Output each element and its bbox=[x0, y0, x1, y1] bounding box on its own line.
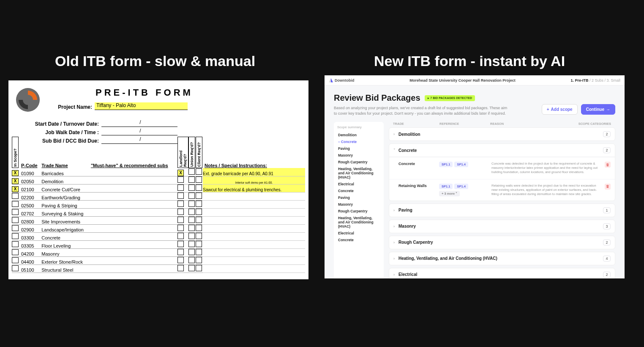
group-header-row[interactable]: › Demolition 2 bbox=[389, 128, 615, 140]
musthave-cell[interactable] bbox=[91, 240, 177, 248]
notes-cell[interactable] bbox=[203, 192, 305, 200]
group-header-row[interactable]: › Paving 1 bbox=[389, 204, 615, 217]
delete-scope-button[interactable]: 🗑 bbox=[605, 184, 611, 190]
group-header-row[interactable]: › Heating, Ventilating, and Air Conditio… bbox=[389, 252, 615, 265]
brand[interactable]: Downtobid bbox=[329, 78, 355, 83]
notes-cell[interactable] bbox=[203, 240, 305, 248]
jobwalk-input[interactable]: / bbox=[101, 128, 177, 135]
reference-pill[interactable]: SP1.4 bbox=[454, 184, 468, 189]
group-header-row[interactable]: › Electrical 2 bbox=[389, 268, 615, 278]
sidebar-item[interactable]: Heating, Ventilating, and Air Conditioni… bbox=[337, 215, 380, 230]
union-req-checkbox[interactable] bbox=[188, 185, 195, 191]
notes-cell[interactable] bbox=[203, 248, 305, 256]
notes-cell[interactable] bbox=[203, 232, 305, 240]
reference-pill[interactable]: SP1.4 bbox=[454, 162, 468, 167]
union-req-checkbox[interactable] bbox=[188, 257, 195, 263]
notes-cell[interactable]: Interior soft demo per A1-00. bbox=[203, 176, 305, 184]
notes-cell[interactable] bbox=[203, 208, 305, 216]
musthave-cell[interactable] bbox=[91, 248, 177, 256]
in-scope-checkbox[interactable] bbox=[12, 201, 19, 207]
landlord-req-checkbox[interactable] bbox=[177, 185, 184, 191]
musthave-cell[interactable] bbox=[91, 216, 177, 224]
union-req-checkbox[interactable] bbox=[188, 201, 195, 207]
add-scope-button[interactable]: +Add scope bbox=[542, 104, 578, 115]
sidebar-item[interactable]: Concrete bbox=[337, 138, 380, 145]
notes-cell[interactable]: Sawcut for electrical & plumbing trenche… bbox=[203, 184, 305, 192]
sidebar-item[interactable]: Electrical bbox=[337, 181, 380, 187]
client-req-checkbox[interactable] bbox=[196, 233, 202, 239]
landlord-req-checkbox[interactable] bbox=[177, 225, 184, 231]
sidebar-item[interactable]: Rough Carpentry bbox=[337, 208, 380, 215]
start-date-input[interactable]: / bbox=[101, 119, 177, 127]
client-req-checkbox[interactable] bbox=[196, 217, 202, 223]
notes-cell[interactable]: Ext. grade barricade per A0.90, A0.91 bbox=[203, 168, 305, 176]
subbid-input[interactable]: / bbox=[101, 136, 177, 144]
client-req-checkbox[interactable] bbox=[196, 225, 202, 231]
sidebar-item[interactable]: Paving bbox=[337, 194, 380, 201]
in-scope-checkbox[interactable]: X bbox=[12, 186, 19, 192]
landlord-req-checkbox[interactable] bbox=[177, 201, 184, 207]
breadcrumb-step[interactable]: 1. Pre-ITB bbox=[570, 78, 589, 83]
in-scope-checkbox[interactable] bbox=[12, 225, 19, 231]
in-scope-checkbox[interactable] bbox=[12, 217, 19, 223]
in-scope-checkbox[interactable] bbox=[12, 209, 19, 215]
client-req-checkbox[interactable] bbox=[196, 185, 202, 191]
sidebar-item[interactable]: Demolition bbox=[337, 132, 380, 138]
musthave-cell[interactable] bbox=[91, 168, 177, 176]
notes-cell[interactable] bbox=[203, 216, 305, 224]
client-req-checkbox[interactable] bbox=[196, 168, 202, 175]
notes-cell[interactable] bbox=[203, 224, 305, 232]
sidebar-item[interactable]: Electrical bbox=[337, 230, 380, 237]
breadcrumb-step[interactable]: 3. Small bbox=[606, 78, 620, 83]
musthave-cell[interactable] bbox=[91, 264, 177, 273]
landlord-req-checkbox[interactable] bbox=[177, 257, 184, 263]
union-req-checkbox[interactable] bbox=[188, 168, 195, 175]
breadcrumb-step[interactable]: 2 Subs bbox=[590, 78, 604, 83]
notes-cell[interactable] bbox=[203, 200, 305, 208]
sidebar-item[interactable]: Masonry bbox=[337, 152, 380, 159]
sidebar-item[interactable]: Rough Carpentry bbox=[337, 159, 380, 165]
reference-pill[interactable]: SP1.1 bbox=[439, 184, 453, 189]
client-req-checkbox[interactable] bbox=[196, 249, 202, 255]
musthave-cell[interactable] bbox=[91, 192, 177, 200]
musthave-cell[interactable] bbox=[91, 200, 177, 208]
client-req-checkbox[interactable] bbox=[196, 201, 202, 207]
in-scope-checkbox[interactable]: X bbox=[12, 178, 19, 184]
musthave-cell[interactable] bbox=[91, 232, 177, 240]
musthave-cell[interactable] bbox=[91, 184, 177, 192]
union-req-checkbox[interactable] bbox=[188, 193, 195, 199]
sidebar-item[interactable]: Paving bbox=[337, 145, 380, 152]
union-req-checkbox[interactable] bbox=[188, 233, 195, 239]
landlord-req-checkbox[interactable] bbox=[177, 209, 184, 215]
union-req-checkbox[interactable] bbox=[188, 265, 195, 271]
notes-cell[interactable] bbox=[203, 264, 305, 273]
musthave-cell[interactable] bbox=[91, 208, 177, 216]
in-scope-checkbox[interactable] bbox=[12, 241, 19, 247]
landlord-req-checkbox[interactable] bbox=[177, 193, 184, 199]
union-req-checkbox[interactable] bbox=[188, 176, 195, 183]
group-header-row[interactable]: › Masonry 3 bbox=[389, 220, 615, 233]
continue-button[interactable]: Continue→ bbox=[581, 104, 615, 115]
in-scope-checkbox[interactable] bbox=[12, 233, 19, 239]
landlord-req-checkbox[interactable] bbox=[177, 217, 184, 223]
client-req-checkbox[interactable] bbox=[196, 193, 202, 199]
in-scope-checkbox[interactable]: X bbox=[12, 170, 19, 176]
landlord-req-checkbox[interactable]: X bbox=[177, 170, 184, 176]
union-req-checkbox[interactable] bbox=[188, 209, 195, 215]
reference-more-pill[interactable]: + 3 more ˅ bbox=[439, 191, 460, 196]
delete-scope-button[interactable]: 🗑 bbox=[605, 162, 611, 168]
union-req-checkbox[interactable] bbox=[188, 249, 195, 255]
reference-pill[interactable]: SP1.1 bbox=[439, 162, 453, 167]
group-header-row[interactable]: ˅ Concrete 2 bbox=[389, 144, 615, 157]
landlord-req-checkbox[interactable] bbox=[177, 233, 184, 239]
client-req-checkbox[interactable] bbox=[196, 265, 202, 271]
landlord-req-checkbox[interactable] bbox=[177, 249, 184, 255]
sidebar-item[interactable]: Concrete bbox=[337, 237, 380, 243]
client-req-checkbox[interactable] bbox=[196, 241, 202, 247]
sidebar-item[interactable]: Heating, Ventilating, and Air Conditioni… bbox=[337, 165, 380, 181]
in-scope-checkbox[interactable] bbox=[12, 193, 19, 199]
in-scope-checkbox[interactable] bbox=[12, 257, 19, 263]
client-req-checkbox[interactable] bbox=[196, 209, 202, 215]
union-req-checkbox[interactable] bbox=[188, 217, 195, 223]
in-scope-checkbox[interactable] bbox=[12, 249, 19, 255]
